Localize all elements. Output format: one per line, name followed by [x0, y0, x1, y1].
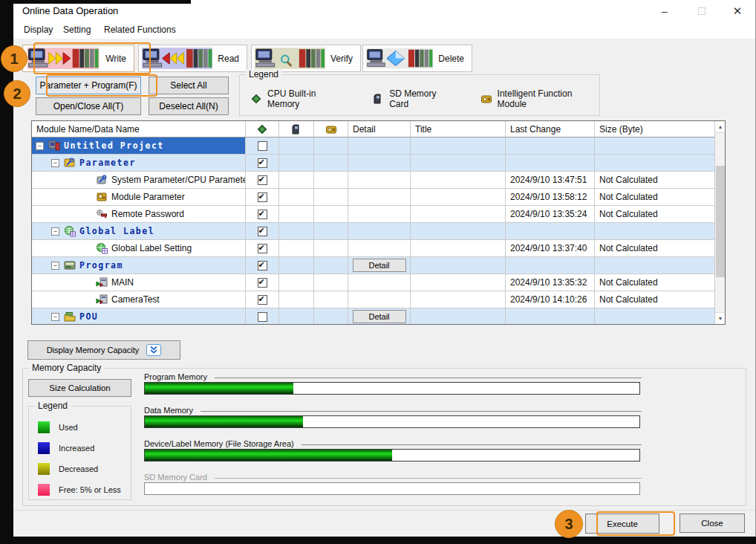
table-row[interactable]: Remote Password2024/9/10 13:35:24Not Cal…: [32, 206, 725, 223]
select-all-button[interactable]: Select All: [149, 77, 229, 94]
row-sd-card-cell: [279, 137, 314, 154]
row-checkbox[interactable]: [258, 261, 267, 271]
row-sd-card-cell: [279, 223, 314, 239]
row-cpu-memory-cell: [246, 137, 279, 154]
row-label: POU: [79, 311, 98, 322]
table-row[interactable]: −Global Label: [32, 223, 725, 240]
size-calculation-button[interactable]: Size Calculation: [28, 379, 131, 397]
row-name-cell: System Parameter/CPU Parameter: [32, 172, 246, 188]
scrollbar-thumb[interactable]: [716, 166, 725, 277]
write-button[interactable]: Write: [22, 45, 134, 72]
table-row[interactable]: System Parameter/CPU Parameter2024/9/10 …: [32, 172, 725, 189]
header-size-byte[interactable]: Size (Byte): [595, 121, 716, 137]
annotation-step-1: 1: [1, 45, 27, 72]
scroll-down-icon[interactable]: ▼: [715, 312, 726, 324]
table-row[interactable]: −Parameter: [32, 155, 725, 172]
menu-setting[interactable]: Setting: [63, 25, 91, 35]
row-label: MAIN: [111, 277, 134, 288]
row-checkbox[interactable]: [258, 244, 267, 253]
row-title-cell: [411, 189, 506, 205]
menu-related-functions[interactable]: Related Functions: [104, 25, 176, 35]
program-icon: [64, 259, 76, 271]
table-row[interactable]: −ProgramDetail: [32, 257, 725, 274]
memory-bar-track: [144, 449, 640, 462]
bottom-black-border: [0, 537, 756, 544]
display-memory-capacity-label: Display Memory Capacity: [47, 346, 140, 354]
table-row[interactable]: −Untitled Project: [32, 137, 725, 155]
row-checkbox[interactable]: [258, 227, 267, 236]
row-name-cell: −POU: [32, 308, 246, 325]
row-sd-card-cell: [279, 257, 314, 273]
expand-collapse-toggle[interactable]: −: [51, 262, 59, 270]
row-size-cell: [595, 308, 716, 325]
parameter-program-button[interactable]: Parameter + Program(F): [36, 77, 141, 94]
display-memory-capacity-button[interactable]: Display Memory Capacity: [27, 340, 180, 360]
maximize-button[interactable]: ☐: [689, 1, 714, 21]
header-last-change[interactable]: Last Change: [506, 121, 595, 137]
header-detail[interactable]: Detail: [348, 121, 411, 137]
detail-button[interactable]: Detail: [353, 310, 406, 323]
row-label: Global Label: [79, 226, 154, 236]
verify-button[interactable]: Verify: [251, 45, 361, 72]
row-size-cell: Not Calculated: [595, 291, 716, 308]
deselect-all-button[interactable]: Deselect All(N): [149, 97, 229, 115]
row-title-cell: [411, 155, 506, 171]
row-checkbox[interactable]: [258, 278, 267, 288]
row-last-change-cell: 2024/9/10 13:35:32: [506, 274, 595, 291]
scroll-up-icon[interactable]: ▲: [715, 121, 726, 133]
row-sd-card-cell: [279, 274, 314, 291]
minimize-button[interactable]: –: [652, 1, 677, 21]
table-row[interactable]: Global Label Setting2024/9/10 13:37:40No…: [32, 240, 725, 257]
header-title[interactable]: Title: [411, 121, 506, 137]
menu-bar: Display Setting Related Functions: [13, 22, 755, 39]
header-sd-memory-card[interactable]: [279, 121, 314, 137]
sd-memory-card-icon: [372, 93, 384, 105]
header-module-name[interactable]: Module Name/Data Name: [32, 121, 246, 137]
table-row[interactable]: −POUDetail: [32, 308, 725, 325]
program-file-icon: [96, 276, 108, 288]
memory-bar-rule: [144, 478, 642, 479]
read-button[interactable]: Read: [138, 45, 247, 72]
row-checkbox[interactable]: [258, 175, 267, 185]
expand-collapse-toggle[interactable]: −: [51, 227, 59, 236]
row-checkbox[interactable]: [258, 295, 267, 305]
execute-button[interactable]: Execute: [585, 514, 659, 534]
delete-button[interactable]: Delete: [362, 45, 472, 72]
memory-legend-item: Free: 5% or Less: [38, 484, 121, 496]
row-checkbox[interactable]: [258, 141, 267, 151]
program-file-icon: [96, 294, 108, 305]
open-close-all-button[interactable]: Open/Close All(T): [36, 97, 141, 115]
header-cpu-built-in-memory[interactable]: [246, 121, 279, 137]
row-checkbox[interactable]: [258, 158, 267, 168]
global-label-setting-icon: [96, 242, 108, 254]
row-sd-card-cell: [279, 155, 314, 171]
row-size-cell: [595, 155, 716, 171]
memory-bar-row: Data MemoryFree1051/1537KB: [144, 406, 738, 435]
row-checkbox[interactable]: [258, 192, 267, 202]
close-button[interactable]: Close: [680, 514, 745, 533]
close-window-button[interactable]: ✕: [725, 1, 750, 21]
table-row[interactable]: MAIN2024/9/10 13:35:32Not Calculated: [32, 274, 725, 291]
header-intelligent-function-module[interactable]: [314, 121, 348, 137]
write-label: Write: [100, 54, 131, 64]
detail-button[interactable]: Detail: [353, 259, 406, 272]
row-ifm-cell: [314, 291, 348, 308]
row-last-change-cell: 2024/9/10 13:35:24: [506, 206, 595, 222]
row-cpu-memory-cell: [246, 257, 279, 273]
expand-collapse-toggle[interactable]: −: [51, 313, 59, 321]
row-last-change-cell: [506, 223, 595, 239]
expand-collapse-toggle[interactable]: −: [51, 159, 59, 167]
row-cpu-memory-cell: [246, 308, 279, 325]
menu-display[interactable]: Display: [24, 25, 53, 35]
row-checkbox[interactable]: [258, 210, 267, 219]
table-row[interactable]: Module Parameter2024/9/10 13:58:12Not Ca…: [32, 189, 725, 206]
table-row[interactable]: CameraTest2024/9/10 14:10:26Not Calculat…: [32, 291, 725, 308]
row-sd-card-cell: [279, 240, 314, 256]
verify-label: Verify: [325, 54, 357, 64]
row-ifm-cell: [314, 206, 348, 222]
table-vertical-scrollbar[interactable]: ▲ ▼: [714, 121, 725, 324]
memory-legend-item: Used: [38, 421, 78, 433]
expand-collapse-toggle[interactable]: −: [36, 142, 44, 150]
row-detail-cell: [348, 172, 411, 188]
row-checkbox[interactable]: [258, 312, 267, 322]
